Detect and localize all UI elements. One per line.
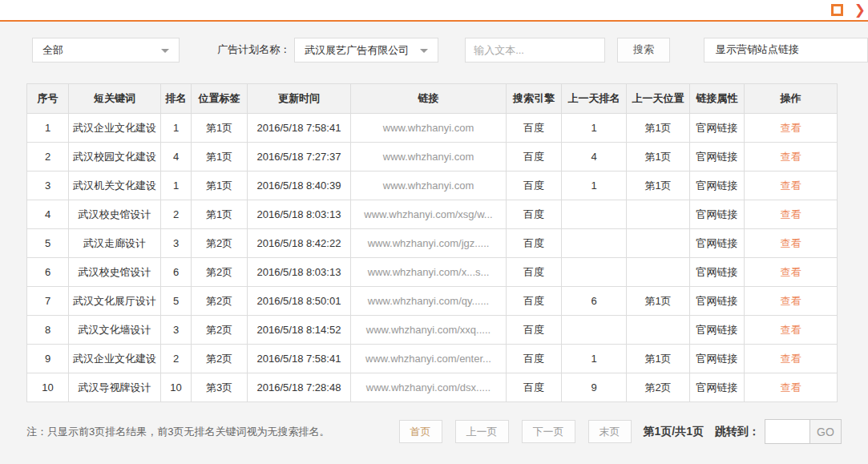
- view-link[interactable]: 查看: [781, 381, 801, 393]
- type-select[interactable]: 全部: [32, 38, 180, 63]
- cell-prev_position: 第1页: [627, 287, 690, 316]
- cell-position: 第1页: [192, 171, 248, 200]
- cell-rank: 2: [161, 200, 192, 229]
- keyword-search-input[interactable]: [465, 38, 605, 63]
- cell-engine: 百度: [507, 143, 562, 171]
- column-header-3: 位置标签: [192, 84, 248, 114]
- cell-rank: 4: [161, 143, 192, 171]
- jump-group: GO: [765, 419, 842, 444]
- cell-keyword: 武汉校园文化建设: [69, 143, 161, 171]
- cell-no: 4: [27, 200, 69, 229]
- maximize-icon[interactable]: [831, 4, 843, 16]
- campaign-select-value: 武汉展艺广告有限公司: [305, 44, 409, 56]
- last-page-button[interactable]: 末页: [588, 420, 632, 443]
- column-header-2: 排名: [161, 84, 192, 114]
- cell-prev_rank: 6: [562, 287, 627, 316]
- cell-prev_rank: 9: [562, 373, 627, 402]
- view-link[interactable]: 查看: [781, 122, 801, 134]
- cell-prev_rank: [562, 258, 627, 287]
- footer: 注：只显示前3页排名结果，前3页无排名关键词视为无搜索排名。 首页 上一页 下一…: [26, 419, 842, 444]
- cell-prev_position: [627, 258, 690, 287]
- cell-updated: 2016/5/18 7:28:48: [248, 373, 351, 402]
- cell-no: 8: [27, 316, 69, 345]
- column-header-7: 上一天排名: [562, 84, 627, 114]
- cell-link_type: 官网链接: [690, 114, 745, 143]
- cell-link: www.whzhanyi.com/xsg/w...: [351, 200, 507, 229]
- cell-link_type: 官网链接: [690, 171, 745, 200]
- cell-position: 第3页: [192, 373, 248, 402]
- cell-rank: 3: [161, 316, 192, 345]
- view-link[interactable]: 查看: [781, 324, 801, 336]
- table-header: 序号短关键词排名位置标签更新时间链接搜索引擎上一天排名上一天位置链接属性操作: [27, 84, 838, 114]
- cell-no: 6: [27, 258, 69, 287]
- cell-link: www.whzhanyi.com: [351, 114, 507, 143]
- keyword-rank-table: 序号短关键词排名位置标签更新时间链接搜索引擎上一天排名上一天位置链接属性操作 1…: [26, 83, 838, 402]
- cell-updated: 2016/5/18 7:27:37: [248, 143, 351, 171]
- table-row: 9武汉企业文化建设2第2页2016/5/18 7:58:41www.whzhan…: [27, 345, 838, 373]
- cell-action: 查看: [745, 258, 838, 287]
- view-link[interactable]: 查看: [781, 208, 801, 220]
- cell-keyword: 武汉文化墙设计: [69, 316, 161, 345]
- table-row: 4武汉校史馆设计2第1页2016/5/18 8:03:13www.whzhany…: [27, 200, 838, 229]
- cell-engine: 百度: [507, 287, 562, 316]
- cell-keyword: 武汉走廊设计: [69, 229, 161, 258]
- go-button[interactable]: GO: [809, 419, 842, 444]
- jump-to-label: 跳转到：: [715, 425, 760, 439]
- view-link[interactable]: 查看: [781, 353, 801, 365]
- cell-no: 10: [27, 373, 69, 402]
- cell-link: www.whzhanyi.com/qy......: [351, 287, 507, 316]
- view-link[interactable]: 查看: [781, 295, 801, 307]
- cell-no: 2: [27, 143, 69, 171]
- cell-action: 查看: [745, 345, 838, 373]
- cell-updated: 2016/5/18 7:58:41: [248, 114, 351, 143]
- view-link[interactable]: 查看: [781, 151, 801, 163]
- prev-page-button[interactable]: 上一页: [455, 420, 509, 443]
- cell-prev_rank: 1: [562, 114, 627, 143]
- campaign-select[interactable]: 武汉展艺广告有限公司: [294, 38, 438, 63]
- cell-prev_rank: [562, 229, 627, 258]
- cell-action: 查看: [745, 229, 838, 258]
- view-link[interactable]: 查看: [781, 266, 801, 278]
- cell-action: 查看: [745, 316, 838, 345]
- cell-position: 第1页: [192, 143, 248, 171]
- cell-prev_position: 第1页: [627, 143, 690, 171]
- column-header-0: 序号: [27, 84, 69, 114]
- cell-rank: 2: [161, 345, 192, 373]
- jump-page-input[interactable]: [765, 419, 809, 444]
- topbar: ❯: [0, 0, 868, 22]
- chevron-down-icon: [161, 49, 169, 53]
- next-page-button[interactable]: 下一页: [522, 420, 575, 443]
- cell-prev_position: 第1页: [627, 114, 690, 143]
- column-header-10: 操作: [745, 84, 838, 114]
- cell-action: 查看: [745, 200, 838, 229]
- cell-updated: 2016/5/18 8:40:39: [248, 171, 351, 200]
- table-row: 2武汉校园文化建设4第1页2016/5/18 7:27:37www.whzhan…: [27, 143, 838, 171]
- search-button[interactable]: 搜索: [617, 38, 670, 63]
- cell-link: www.whzhanyi.com/x...s...: [351, 258, 507, 287]
- show-marketing-links-button[interactable]: 显示营销站点链接: [704, 38, 868, 63]
- table-row: 10武汉导视牌设计10第3页2016/5/18 7:28:48www.whzha…: [27, 373, 838, 402]
- column-header-9: 链接属性: [690, 84, 745, 114]
- cell-prev_position: [627, 316, 690, 345]
- cell-action: 查看: [745, 171, 838, 200]
- view-link[interactable]: 查看: [781, 180, 801, 192]
- cell-engine: 百度: [507, 373, 562, 402]
- cell-link_type: 官网链接: [690, 287, 745, 316]
- cell-updated: 2016/5/18 8:50:01: [248, 287, 351, 316]
- cell-prev_rank: [562, 200, 627, 229]
- cell-action: 查看: [745, 287, 838, 316]
- view-link[interactable]: 查看: [781, 237, 801, 249]
- chevron-down-icon: [420, 49, 428, 53]
- cell-link_type: 官网链接: [690, 143, 745, 171]
- cell-updated: 2016/5/18 7:58:41: [248, 345, 351, 373]
- chevron-right-icon[interactable]: ❯: [854, 3, 866, 17]
- cell-engine: 百度: [507, 114, 562, 143]
- cell-prev_rank: 1: [562, 345, 627, 373]
- cell-prev_rank: 1: [562, 171, 627, 200]
- cell-position: 第2页: [192, 258, 248, 287]
- cell-link: www.whzhanyi.com/dsx.....: [351, 373, 507, 402]
- cell-updated: 2016/5/18 8:03:13: [248, 258, 351, 287]
- cell-keyword: 武汉企业文化建设: [69, 345, 161, 373]
- first-page-button[interactable]: 首页: [399, 420, 442, 443]
- cell-no: 5: [27, 229, 69, 258]
